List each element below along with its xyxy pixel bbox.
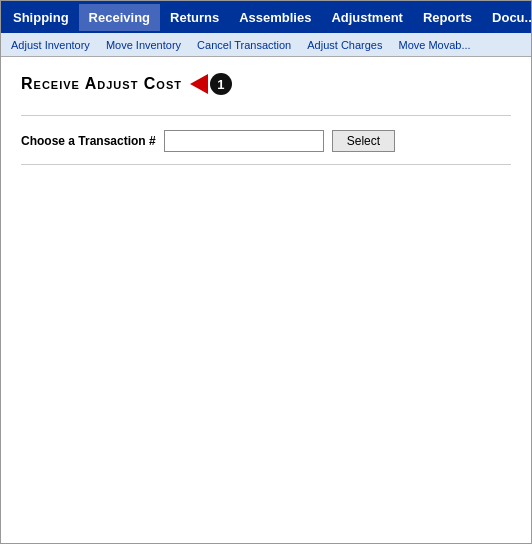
- subnav-adjust-charges[interactable]: Adjust Charges: [299, 35, 390, 55]
- annotation-container: 1: [190, 73, 232, 95]
- subnav-cancel-transaction[interactable]: Cancel Transaction: [189, 35, 299, 55]
- page-title: Receive Adjust Cost: [21, 75, 182, 93]
- content-area: [21, 165, 511, 544]
- subnav-move-movable[interactable]: Move Movab...: [390, 35, 478, 55]
- main-content: Receive Adjust Cost 1 Choose a Transacti…: [1, 57, 531, 544]
- select-button[interactable]: Select: [332, 130, 395, 152]
- nav-item-reports[interactable]: Reports: [413, 4, 482, 31]
- sub-navigation: Adjust Inventory Move Inventory Cancel T…: [1, 33, 531, 57]
- subnav-adjust-inventory[interactable]: Adjust Inventory: [3, 35, 98, 55]
- nav-item-receiving[interactable]: Receiving: [79, 4, 160, 31]
- title-divider: [21, 115, 511, 116]
- nav-item-documents[interactable]: Docu...: [482, 4, 532, 31]
- page-title-container: Receive Adjust Cost 1: [21, 73, 511, 99]
- annotation-arrow: [190, 74, 208, 94]
- transaction-input[interactable]: [164, 130, 324, 152]
- nav-item-adjustment[interactable]: Adjustment: [321, 4, 413, 31]
- subnav-move-inventory[interactable]: Move Inventory: [98, 35, 189, 55]
- nav-item-assemblies[interactable]: Assemblies: [229, 4, 321, 31]
- nav-item-shipping[interactable]: Shipping: [3, 4, 79, 31]
- transaction-form-row: Choose a Transaction # Select: [21, 130, 511, 152]
- nav-item-returns[interactable]: Returns: [160, 4, 229, 31]
- top-navigation: Shipping Receiving Returns Assemblies Ad…: [1, 1, 531, 33]
- annotation-badge: 1: [210, 73, 232, 95]
- transaction-label: Choose a Transaction #: [21, 134, 156, 148]
